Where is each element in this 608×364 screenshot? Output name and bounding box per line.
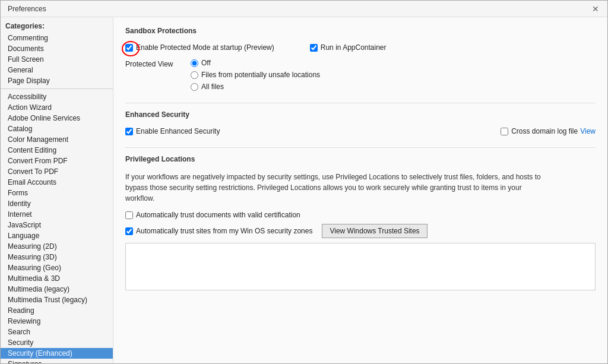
auto-trust-sites-option[interactable]: Automatically trust sites from my Win OS… — [125, 227, 312, 235]
auto-trust-docs-checkbox[interactable] — [125, 211, 133, 219]
cross-domain-checkbox[interactable] — [501, 128, 508, 135]
enable-protected-mode-checkbox[interactable] — [125, 44, 133, 52]
enable-enhanced-security-option[interactable]: Enable Enhanced Security — [125, 127, 220, 135]
sidebar-item-security-enhanced-[interactable]: Security (Enhanced) — [1, 348, 113, 359]
sidebar-top-items: CommentingDocumentsFull ScreenGeneralPag… — [1, 33, 113, 86]
auto-trust-sites-checkbox[interactable] — [125, 227, 133, 235]
enhanced-security-section: Enhanced Security Enable Enhanced Securi… — [125, 110, 596, 135]
sidebar-item-identity[interactable]: Identity — [1, 198, 113, 209]
title-bar: Preferences ✕ — [1, 1, 607, 17]
cross-domain-label: Cross domain log file — [511, 127, 578, 135]
enable-enhanced-security-checkbox[interactable] — [125, 128, 133, 135]
categories-label: Categories: — [1, 20, 113, 33]
enable-enhanced-security-label: Enable Enhanced Security — [136, 127, 220, 135]
separator-2 — [125, 147, 596, 148]
protected-view-all[interactable]: All files — [191, 83, 320, 91]
run-in-appcontainer-option[interactable]: Run in AppContainer — [310, 43, 387, 52]
sidebar-item-general[interactable]: General — [1, 65, 113, 75]
view-link[interactable]: View — [580, 127, 596, 135]
sidebar-item-convert-to-pdf[interactable]: Convert To PDF — [1, 166, 113, 177]
sidebar-item-reading[interactable]: Reading — [1, 305, 113, 316]
sidebar-categories: Categories: CommentingDocumentsFull Scre… — [1, 17, 113, 363]
sandbox-section: Sandbox Protections Enable Protected Mod… — [125, 27, 596, 91]
top-options-row: Enable Protected Mode at startup (Previe… — [125, 43, 596, 52]
sidebar-item-reviewing[interactable]: Reviewing — [1, 316, 113, 327]
protected-view-label: Protected View — [125, 59, 191, 68]
sidebar-divider — [1, 88, 113, 89]
protected-view-all-label: All files — [201, 83, 224, 91]
sidebar-item-multimedia-legacy-[interactable]: Multimedia (legacy) — [1, 284, 113, 295]
auto-trust-docs-row: Automatically trust documents with valid… — [125, 211, 596, 219]
sidebar-item-accessibility[interactable]: Accessibility — [1, 91, 113, 102]
auto-trust-sites-row: Automatically trust sites from my Win OS… — [125, 224, 596, 238]
preferences-window: Preferences ✕ Categories: CommentingDocu… — [0, 0, 608, 364]
protected-view-off-label: Off — [201, 59, 211, 67]
auto-trust-sites-label: Automatically trust sites from my Win OS… — [136, 227, 312, 235]
sidebar-item-documents[interactable]: Documents — [1, 43, 113, 54]
sidebar-item-commenting[interactable]: Commenting — [1, 33, 113, 43]
sidebar-item-adobe-online-services[interactable]: Adobe Online Services — [1, 113, 113, 124]
sidebar-item-language[interactable]: Language — [1, 230, 113, 241]
protected-view-unsafe-radio[interactable] — [191, 71, 198, 79]
sidebar-item-action-wizard[interactable]: Action Wizard — [1, 102, 113, 113]
sidebar-other-items: AccessibilityAction WizardAdobe Online S… — [1, 91, 113, 363]
privileged-locations-section: Privileged Locations If your workflows a… — [125, 155, 596, 290]
sidebar-item-internet[interactable]: Internet — [1, 209, 113, 220]
sidebar-item-javascript[interactable]: JavaScript — [1, 220, 113, 230]
sidebar-item-email-accounts[interactable]: Email Accounts — [1, 177, 113, 188]
separator-1 — [125, 103, 596, 103]
sidebar-item-security[interactable]: Security — [1, 337, 113, 348]
sidebar-item-multimedia-&-3d[interactable]: Multimedia & 3D — [1, 273, 113, 284]
enhanced-security-title: Enhanced Security — [125, 110, 596, 120]
view-trusted-sites-button[interactable]: View Windows Trusted Sites — [322, 224, 427, 238]
sidebar-item-measuring-geo-[interactable]: Measuring (Geo) — [1, 262, 113, 273]
auto-trust-docs-label: Automatically trust documents with valid… — [136, 211, 300, 219]
run-in-appcontainer-checkbox[interactable] — [310, 44, 318, 52]
protected-view-row: Protected View Off Files from potentiall… — [125, 59, 596, 91]
cross-domain-option[interactable]: Cross domain log file — [501, 127, 578, 135]
auto-trust-docs-option[interactable]: Automatically trust documents with valid… — [125, 211, 300, 219]
protected-view-unsafe-label: Files from potentially unsafe locations — [201, 71, 320, 79]
close-button[interactable]: ✕ — [591, 4, 600, 14]
sidebar-item-convert-from-pdf[interactable]: Convert From PDF — [1, 156, 113, 166]
protected-view-unsafe[interactable]: Files from potentially unsafe locations — [191, 71, 320, 79]
protected-view-off-radio[interactable] — [191, 59, 198, 67]
protected-view-options: Off Files from potentially unsafe locati… — [191, 59, 320, 91]
run-in-appcontainer-label: Run in AppContainer — [321, 43, 387, 52]
sidebar: Categories: CommentingDocumentsFull Scre… — [1, 17, 113, 363]
cross-domain-area: Cross domain log file View — [501, 127, 596, 135]
sidebar-item-multimedia-trust-legacy-[interactable]: Multimedia Trust (legacy) — [1, 295, 113, 305]
enhanced-security-row: Enable Enhanced Security Cross domain lo… — [125, 127, 596, 135]
privileged-list-box — [125, 243, 596, 290]
content-area: Sandbox Protections Enable Protected Mod… — [113, 17, 607, 363]
window-title: Preferences — [8, 5, 46, 13]
sidebar-item-search[interactable]: Search — [1, 327, 113, 337]
sidebar-item-catalog[interactable]: Catalog — [1, 124, 113, 134]
sidebar-item-measuring-2d-[interactable]: Measuring (2D) — [1, 241, 113, 252]
enable-protected-mode-option[interactable]: Enable Protected Mode at startup (Previe… — [125, 43, 274, 52]
enable-protected-mode-label: Enable Protected Mode at startup (Previe… — [136, 43, 274, 52]
protected-view-all-radio[interactable] — [191, 83, 198, 91]
protected-view-off[interactable]: Off — [191, 59, 320, 67]
main-content: Categories: CommentingDocumentsFull Scre… — [1, 17, 607, 363]
sidebar-item-content-editing[interactable]: Content Editing — [1, 145, 113, 156]
sidebar-item-color-management[interactable]: Color Management — [1, 134, 113, 145]
sidebar-item-forms[interactable]: Forms — [1, 188, 113, 198]
sidebar-item-full-screen[interactable]: Full Screen — [1, 54, 113, 65]
sidebar-item-measuring-3d-[interactable]: Measuring (3D) — [1, 252, 113, 262]
sandbox-title: Sandbox Protections — [125, 27, 596, 36]
privileged-locations-title: Privileged Locations — [125, 155, 596, 164]
sidebar-item-page-display[interactable]: Page Display — [1, 75, 113, 86]
sidebar-item-signatures[interactable]: Signatures — [1, 359, 113, 363]
privileged-desc: If your workflows are negatively impacte… — [125, 172, 541, 204]
